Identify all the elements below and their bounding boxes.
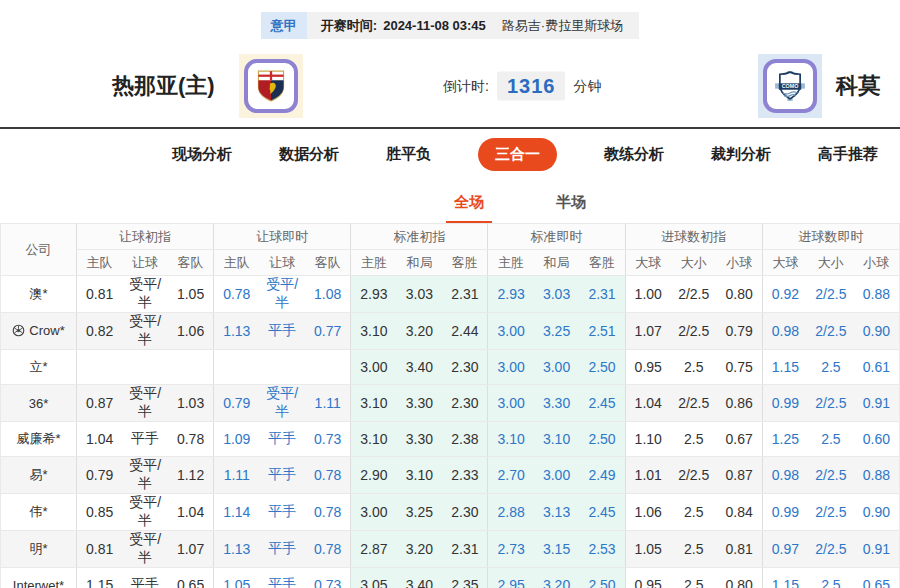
odds-row: 易*0.79受平/半1.121.11平手0.782.903.102.332.70… (1, 457, 900, 494)
company-cell[interactable]: Crow* (1, 313, 77, 350)
odds-cell: 3.00 (488, 350, 534, 385)
odds-cell: 2/2.5 (808, 385, 854, 422)
odds-cell: 0.78 (168, 422, 214, 457)
genoa-crest-icon (257, 70, 285, 102)
odds-cell: 平手 (122, 568, 168, 588)
odds-cell: 0.65 (854, 568, 900, 588)
odds-cell: 受平/半 (122, 531, 168, 568)
odds-cell: 3.20 (397, 531, 443, 568)
odds-cell: 0.95 (625, 350, 671, 385)
tab-referee-analysis[interactable]: 裁判分析 (711, 145, 771, 164)
company-cell[interactable]: Interwet* (1, 568, 77, 588)
odds-cell: 1.11 (305, 385, 351, 422)
odds-cell: 2/2.5 (808, 313, 854, 350)
odds-cell: 3.00 (488, 313, 534, 350)
odds-cell: 2.5 (671, 350, 717, 385)
company-cell[interactable]: 明* (1, 531, 77, 568)
odds-cell: 2.53 (579, 531, 625, 568)
odds-cell: 2.87 (351, 531, 397, 568)
odds-row: Interwet*1.15平手0.651.05平手0.733.053.402.3… (1, 568, 900, 588)
odds-cell: 0.99 (762, 494, 808, 531)
sub-column-header: 小球 (854, 250, 900, 276)
company-name: 澳* (29, 286, 47, 301)
odds-cell: 0.67 (717, 422, 763, 457)
odds-cell: 2.90 (351, 457, 397, 494)
odds-cell: 3.15 (534, 531, 580, 568)
league-badge[interactable]: 意甲 (261, 12, 307, 39)
odds-cell: 1.03 (168, 385, 214, 422)
odds-cell: 0.77 (305, 313, 351, 350)
tab-win-draw-loss[interactable]: 胜平负 (386, 145, 431, 164)
odds-cell: 2.38 (442, 422, 488, 457)
odds-cell: 0.88 (854, 457, 900, 494)
odds-cell: 3.20 (397, 313, 443, 350)
sub-column-header: 让球 (259, 250, 305, 276)
tab-full-court[interactable]: 全场 (446, 193, 492, 223)
odds-cell: 1.06 (168, 313, 214, 350)
countdown-unit: 分钟 (573, 77, 601, 95)
odds-cell: 3.10 (534, 422, 580, 457)
company-cell[interactable]: 伟* (1, 494, 77, 531)
tab-coach-analysis[interactable]: 教练分析 (604, 145, 664, 164)
company-cell[interactable]: 立* (1, 350, 77, 385)
odds-cell (77, 350, 123, 385)
tab-three-in-one[interactable]: 三合一 (478, 138, 557, 171)
group-header: 让球即时 (214, 224, 351, 250)
tab-data-analysis[interactable]: 数据分析 (279, 145, 339, 164)
odds-cell: 受平/半 (122, 494, 168, 531)
kickoff-time: 2024-11-08 03:45 (383, 18, 486, 33)
kickoff-label: 开赛时间: (321, 17, 377, 35)
tab-live-analysis[interactable]: 现场分析 (172, 145, 232, 164)
odds-cell: 0.95 (625, 568, 671, 588)
company-cell[interactable]: 威廉希* (1, 422, 77, 457)
odds-cell: 3.00 (488, 385, 534, 422)
odds-cell: 受平/半 (122, 457, 168, 494)
odds-cell: 2.45 (579, 385, 625, 422)
odds-cell: 3.10 (397, 457, 443, 494)
tab-expert-recommend[interactable]: 高手推荐 (818, 145, 878, 164)
odds-cell: 0.65 (168, 568, 214, 588)
sub-column-header: 大球 (762, 250, 808, 276)
odds-cell: 0.81 (77, 276, 123, 313)
company-cell[interactable]: 易* (1, 457, 77, 494)
odds-row: 澳*0.81受平/半1.050.78受平/半1.082.933.032.312.… (1, 276, 900, 313)
sub-column-header: 客胜 (442, 250, 488, 276)
odds-cell: 1.15 (762, 350, 808, 385)
odds-cell: 2.93 (488, 276, 534, 313)
odds-row: Crow*0.82受平/半1.061.13平手0.773.103.202.443… (1, 313, 900, 350)
group-header: 进球数即时 (762, 224, 899, 250)
odds-cell: 0.90 (854, 494, 900, 531)
odds-cell: 1.13 (214, 313, 260, 350)
odds-cell: 3.25 (534, 313, 580, 350)
odds-cell: 2/2.5 (808, 531, 854, 568)
sub-column-header: 主队 (77, 250, 123, 276)
odds-cell: 0.98 (762, 313, 808, 350)
odds-cell: 2.93 (351, 276, 397, 313)
sub-column-header: 和局 (534, 250, 580, 276)
company-cell[interactable]: 澳* (1, 276, 77, 313)
odds-table-header: 公司让球初指让球即时标准初指标准即时进球数初指进球数即时主队让球客队主队让球客队… (1, 224, 900, 276)
odds-cell: 0.79 (717, 313, 763, 350)
odds-cell: 2.35 (442, 568, 488, 588)
odds-cell (122, 350, 168, 385)
odds-cell: 0.86 (717, 385, 763, 422)
odds-cell: 3.00 (534, 457, 580, 494)
sub-column-header: 让球 (122, 250, 168, 276)
odds-cell: 2.5 (671, 531, 717, 568)
odds-cell (168, 350, 214, 385)
odds-cell: 3.30 (397, 385, 443, 422)
company-cell[interactable]: 36* (1, 385, 77, 422)
odds-cell: 3.03 (397, 276, 443, 313)
odds-cell: 1.10 (625, 422, 671, 457)
teams-header: 热那亚(主) 倒计时: 1316 分钟 (0, 45, 900, 127)
tab-half-court[interactable]: 半场 (548, 193, 594, 223)
odds-cell: 2.49 (579, 457, 625, 494)
sub-column-header: 客队 (305, 250, 351, 276)
odds-cell: 1.05 (214, 568, 260, 588)
odds-cell: 2.31 (442, 276, 488, 313)
odds-cell: 2.50 (579, 350, 625, 385)
sub-column-header: 和局 (397, 250, 443, 276)
odds-cell: 1.12 (168, 457, 214, 494)
odds-cell: 3.03 (534, 276, 580, 313)
odds-cell: 2.30 (442, 385, 488, 422)
